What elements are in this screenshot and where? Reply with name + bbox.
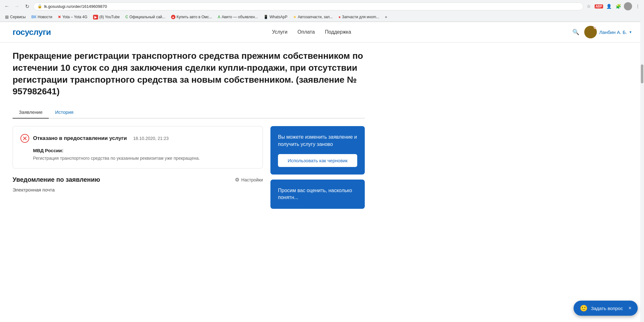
bookmark-label: Сервисы [10, 15, 26, 19]
bookmark-apps[interactable]: ⊞ Сервисы [3, 14, 28, 20]
youtube-icon: ▶ [93, 15, 98, 19]
yota-icon: ✖ [58, 15, 61, 19]
tabs: Заявление История [13, 106, 365, 119]
sidebar-card-feedback: Просим вас оценить, насколько понятн... [270, 180, 365, 209]
back-button[interactable]: ← [3, 2, 11, 11]
status-card: Отказано в предоставлении услуги 18.10.2… [13, 126, 263, 169]
zapchasti-icon: ● [338, 15, 341, 19]
bookmark-avito[interactable]: A Авито — объявлен... [215, 14, 260, 20]
avtozap-icon: ★ [293, 15, 297, 19]
tab-application[interactable]: Заявление [13, 106, 49, 119]
tab-history[interactable]: История [49, 106, 80, 119]
bookmark-zapchasti[interactable]: ● Запчасти для иноm... [336, 14, 382, 20]
bookmark-label: Новости [38, 15, 52, 19]
star-icon[interactable]: ☆ [585, 3, 593, 10]
profile-avatar[interactable] [624, 2, 632, 10]
bookmark-avtozap[interactable]: ★ Автозапчасти, зап... [291, 14, 335, 20]
bookmark-more[interactable]: » [382, 14, 390, 20]
bookmark-yota[interactable]: ✖ Yota – Yota 4G [55, 14, 90, 20]
site-logo[interactable]: госуслуги [13, 27, 51, 37]
more-bookmarks-label: » [385, 15, 387, 19]
bookmark-youtube[interactable]: ▶ (8) YouTube [91, 14, 122, 20]
browser-toolbar: ← → ↻ 🔒 lk.gosuslugi.ru/order/1614960987… [0, 0, 644, 13]
bookmark-official[interactable]: C Официальный сай... [123, 14, 168, 20]
status-org: МВД России: [33, 148, 255, 153]
status-description: Регистрация транспортного средства по ук… [33, 156, 255, 161]
user-name: Ланбин А. Б. [599, 30, 627, 35]
notification-section: Уведомление по заявлению ⚙ Настройки Эле… [13, 176, 263, 192]
settings-link[interactable]: ⚙ Настройки [235, 177, 263, 183]
nav-payment[interactable]: Оплата [297, 29, 315, 35]
scrollbar-track [640, 0, 644, 216]
bookmark-label: Запчасти для иноm... [342, 15, 379, 19]
user-account-icon[interactable]: 👤 [605, 3, 613, 10]
url-text: lk.gosuslugi.ru/order/16149609870 [44, 4, 579, 9]
chrome-icon: C [125, 15, 128, 19]
user-avatar [584, 26, 597, 38]
email-label: Электронная почта [13, 187, 263, 192]
sidebar-card-draft: Вы можете изменить заявление и получить … [270, 126, 365, 175]
notification-header: Уведомление по заявлению ⚙ Настройки [13, 176, 263, 183]
bookmark-label: (8) YouTube [99, 15, 120, 19]
use-as-draft-button[interactable]: Использовать как черновик [278, 154, 357, 167]
bookmark-label: Yota – Yota 4G [62, 15, 87, 19]
status-header: Отказано в предоставлении услуги 18.10.2… [20, 134, 255, 143]
abp-badge[interactable]: ABP [595, 4, 603, 8]
page-content: Прекращение регистрации транспортного ср… [0, 42, 377, 216]
chevron-down-icon: ▾ [630, 30, 631, 34]
notification-title: Уведомление по заявлению [13, 176, 100, 183]
scrollbar-thumb[interactable] [641, 64, 643, 83]
search-icon[interactable]: 🔍 [572, 29, 579, 36]
avto-icon: ● [171, 15, 175, 19]
lock-icon: 🔒 [37, 4, 42, 8]
address-bar[interactable]: 🔒 lk.gosuslugi.ru/order/16149609870 [33, 3, 583, 10]
sidebar: Вы можете изменить заявление и получить … [270, 126, 365, 209]
site-header: госуслуги Услуги Оплата Поддержка 🔍 Ланб… [0, 22, 644, 42]
header-right: 🔍 Ланбин А. Б. ▾ [572, 26, 631, 38]
user-info[interactable]: Ланбин А. Б. ▾ [584, 26, 631, 38]
extensions-icon[interactable]: 🧩 [614, 3, 622, 10]
bookmark-label: WhatsApP [269, 15, 287, 19]
bookmark-label: Автозапчасти, зап... [298, 15, 333, 19]
page-title: Прекращение регистрации транспортного ср… [13, 50, 365, 97]
settings-label: Настройки [241, 177, 263, 182]
toolbar-actions: ☆ ABP 👤 🧩 ⋮ [585, 2, 641, 10]
nav-support[interactable]: Поддержка [325, 29, 351, 35]
forward-button[interactable]: → [13, 2, 21, 11]
status-title: Отказано в предоставлении услуги [33, 135, 127, 142]
nav-services[interactable]: Услуги [272, 29, 287, 35]
logo-gos: гос [13, 27, 25, 37]
browser-chrome: ← → ↻ 🔒 lk.gosuslugi.ru/order/1614960987… [0, 0, 644, 22]
apps-icon: ⊞ [5, 14, 9, 19]
bookmarks-bar: ⊞ Сервисы ВК Новости ✖ Yota – Yota 4G ▶ … [0, 13, 644, 22]
bookmark-news[interactable]: ВК Новости [29, 14, 55, 20]
reload-button[interactable]: ↻ [23, 2, 31, 11]
logo-uslugi: услуги [25, 27, 51, 37]
whatsapp-icon: 📱 [264, 15, 268, 19]
bookmark-whatsapp[interactable]: 📱 WhatsApP [261, 14, 290, 20]
bookmark-label: Официальный сай... [129, 15, 165, 19]
settings-gear-icon: ⚙ [235, 177, 239, 183]
bookmark-avto[interactable]: ● Купить авто в Омс... [169, 14, 215, 20]
sidebar-card-text: Вы можете изменить заявление и получить … [278, 134, 357, 148]
content-area: Отказано в предоставлении услуги 18.10.2… [13, 126, 263, 209]
main-layout: Отказано в предоставлении услуги 18.10.2… [13, 126, 365, 209]
avito-icon: A [218, 15, 220, 19]
rejection-icon [20, 134, 29, 143]
status-date: 18.10.2020, 21:23 [133, 136, 169, 141]
sidebar-card2-text: Просим вас оценить, насколько понятн... [278, 187, 357, 201]
notification-dot [594, 26, 597, 29]
main-nav: Услуги Оплата Поддержка [272, 29, 351, 35]
vk-icon: ВК [31, 15, 36, 19]
nav-buttons: ← → ↻ [3, 2, 31, 11]
bookmark-label: Авито — объявлен... [222, 15, 258, 19]
bookmark-label: Купить авто в Омс... [177, 15, 212, 19]
